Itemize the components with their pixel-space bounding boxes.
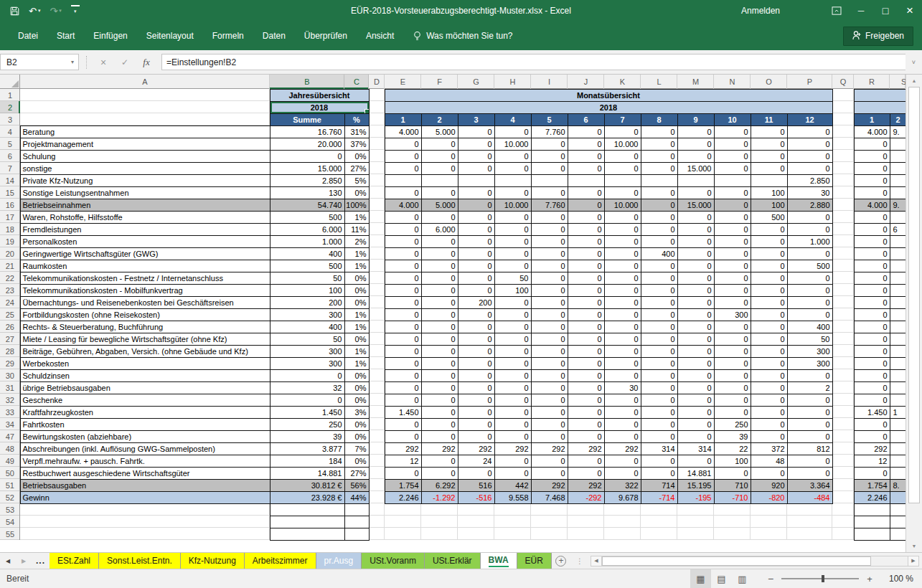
cell-L30[interactable]: 0 bbox=[641, 369, 677, 381]
cell-A20[interactable]: Geringwertige Wirtschaftsgüter (GWG) bbox=[20, 247, 270, 260]
cell-F18[interactable]: 6.000 bbox=[421, 223, 458, 235]
cell-I28[interactable]: 0 bbox=[531, 345, 568, 357]
cell-A53[interactable] bbox=[20, 503, 270, 516]
cell-P32[interactable]: 0 bbox=[787, 394, 832, 406]
cell-N55[interactable] bbox=[714, 528, 751, 540]
cell-J48[interactable]: 292 bbox=[568, 442, 604, 455]
cell-C22[interactable]: 0% bbox=[344, 272, 369, 284]
cell-K25[interactable]: 0 bbox=[604, 308, 641, 321]
cell-M51[interactable]: 15.195 bbox=[677, 479, 714, 491]
cell-B26[interactable]: 400 bbox=[270, 321, 344, 333]
hscroll-thumb[interactable] bbox=[602, 556, 871, 566]
cell-K24[interactable]: 0 bbox=[604, 296, 641, 308]
cell-D48[interactable] bbox=[369, 442, 385, 455]
cell-C53[interactable] bbox=[344, 503, 369, 516]
cell-D25[interactable] bbox=[369, 308, 385, 321]
cell-K15[interactable]: 0 bbox=[604, 186, 641, 199]
cell-H19[interactable]: 0 bbox=[494, 235, 531, 247]
cell-M29[interactable]: 0 bbox=[677, 357, 714, 369]
cell-G6[interactable]: 0 bbox=[458, 150, 494, 162]
cell-I49[interactable]: 0 bbox=[531, 455, 568, 467]
cell-G31[interactable]: 0 bbox=[458, 381, 494, 394]
cell-Q2[interactable] bbox=[832, 101, 854, 113]
cell-K23[interactable]: 0 bbox=[604, 284, 641, 296]
cell-A7[interactable]: sonstige bbox=[20, 162, 270, 174]
cell-I15[interactable]: 0 bbox=[531, 186, 568, 199]
zoom-slider-thumb[interactable] bbox=[822, 575, 824, 582]
cell-M27[interactable]: 0 bbox=[677, 333, 714, 345]
cell-Q6[interactable] bbox=[832, 150, 854, 162]
cell-F54[interactable] bbox=[421, 516, 458, 528]
cell-N19[interactable]: 0 bbox=[714, 235, 751, 247]
cell-R52[interactable]: 2.246 bbox=[854, 491, 890, 503]
cell-Q30[interactable] bbox=[832, 369, 854, 381]
cell-G55[interactable] bbox=[458, 528, 494, 540]
cell-D32[interactable] bbox=[369, 394, 385, 406]
cell-D15[interactable] bbox=[369, 186, 385, 199]
row-header-51[interactable]: 51 bbox=[0, 479, 20, 491]
ribbon-tab-ansicht[interactable]: Ansicht bbox=[357, 27, 403, 45]
cell-O24[interactable]: 0 bbox=[751, 296, 787, 308]
cell-M34[interactable]: 0 bbox=[677, 418, 714, 430]
cell-K53[interactable] bbox=[604, 503, 641, 516]
cell-N5[interactable]: 0 bbox=[714, 138, 751, 150]
cell-Q53[interactable] bbox=[832, 503, 854, 516]
cell-E2[interactable]: 2018 bbox=[385, 101, 832, 113]
cell-L33[interactable]: 0 bbox=[641, 406, 677, 418]
cell-E51[interactable]: 1.754 bbox=[385, 479, 421, 491]
row-header-32[interactable]: 32 bbox=[0, 394, 20, 406]
cell-O22[interactable]: 0 bbox=[751, 272, 787, 284]
cell-F16[interactable]: 5.000 bbox=[421, 199, 458, 211]
cell-H28[interactable]: 0 bbox=[494, 345, 531, 357]
row-header-14[interactable]: 14 bbox=[0, 174, 20, 186]
cell-Q22[interactable] bbox=[832, 272, 854, 284]
cell-L14[interactable] bbox=[641, 174, 677, 186]
zoom-slider[interactable] bbox=[781, 578, 859, 579]
cell-H14[interactable] bbox=[494, 174, 531, 186]
cell-N3[interactable]: 10 bbox=[714, 113, 751, 125]
cell-P4[interactable]: 0 bbox=[787, 125, 832, 138]
cell-B17[interactable]: 500 bbox=[270, 211, 344, 223]
cell-P7[interactable]: 0 bbox=[787, 162, 832, 174]
cell-E27[interactable]: 0 bbox=[385, 333, 421, 345]
cell-E29[interactable]: 0 bbox=[385, 357, 421, 369]
cell-B51[interactable]: 30.812 € bbox=[270, 479, 344, 491]
cell-A24[interactable]: Übernachtungs- und Reisenebenkosten bei … bbox=[20, 296, 270, 308]
cell-P30[interactable]: 0 bbox=[787, 369, 832, 381]
cell-M16[interactable]: 15.000 bbox=[677, 199, 714, 211]
cell-J25[interactable]: 0 bbox=[568, 308, 604, 321]
ribbon-tab-start[interactable]: Start bbox=[47, 27, 84, 45]
cell-E19[interactable]: 0 bbox=[385, 235, 421, 247]
cell-I51[interactable]: 292 bbox=[531, 479, 568, 491]
cell-O51[interactable]: 920 bbox=[751, 479, 787, 491]
cell-Q34[interactable] bbox=[832, 418, 854, 430]
cell-S19[interactable] bbox=[890, 235, 905, 247]
cell-Q31[interactable] bbox=[832, 381, 854, 394]
cell-R31[interactable]: 0 bbox=[854, 381, 890, 394]
cell-I27[interactable]: 0 bbox=[531, 333, 568, 345]
cell-S5[interactable] bbox=[890, 138, 905, 150]
cell-C15[interactable]: 0% bbox=[344, 186, 369, 199]
cell-Q20[interactable] bbox=[832, 247, 854, 260]
cell-F17[interactable]: 0 bbox=[421, 211, 458, 223]
cell-S26[interactable] bbox=[890, 321, 905, 333]
cell-E15[interactable]: 0 bbox=[385, 186, 421, 199]
sign-in-link[interactable]: Anmelden bbox=[741, 6, 780, 16]
cell-F4[interactable]: 5.000 bbox=[421, 125, 458, 138]
cell-N18[interactable]: 0 bbox=[714, 223, 751, 235]
cell-C28[interactable]: 1% bbox=[344, 345, 369, 357]
cell-O34[interactable]: 0 bbox=[751, 418, 787, 430]
sheet-nav-right-button[interactable]: ▶ bbox=[16, 553, 32, 569]
cell-F21[interactable]: 0 bbox=[421, 260, 458, 272]
cell-H22[interactable]: 50 bbox=[494, 272, 531, 284]
name-box-dropdown-icon[interactable]: ▾ bbox=[67, 59, 78, 65]
cell-C23[interactable]: 0% bbox=[344, 284, 369, 296]
cell-L29[interactable]: 0 bbox=[641, 357, 677, 369]
cell-O29[interactable]: 0 bbox=[751, 357, 787, 369]
cell-R19[interactable]: 0 bbox=[854, 235, 890, 247]
cell-M6[interactable]: 0 bbox=[677, 150, 714, 162]
cell-M48[interactable]: 314 bbox=[677, 442, 714, 455]
cell-C5[interactable]: 37% bbox=[344, 138, 369, 150]
cell-N47[interactable]: 39 bbox=[714, 430, 751, 442]
cell-A31[interactable]: übrige Betriebsausgaben bbox=[20, 381, 270, 394]
